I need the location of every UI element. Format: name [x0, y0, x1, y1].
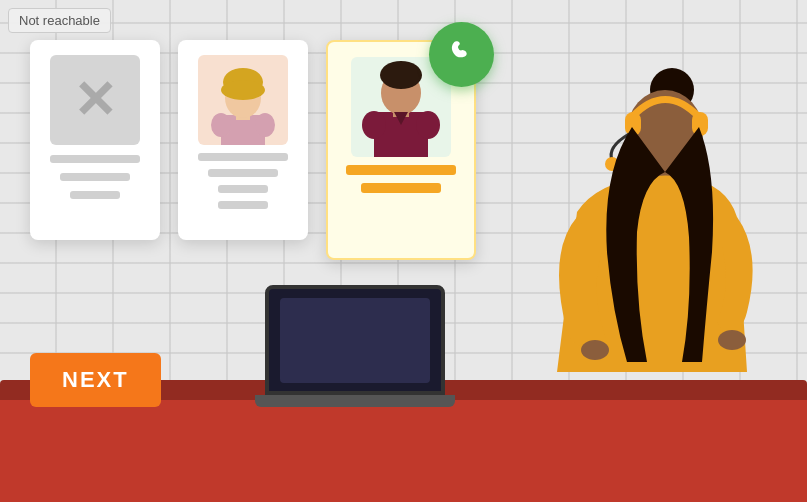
- not-reachable-badge: Not reachable: [8, 8, 111, 33]
- card-line-2: [60, 173, 130, 181]
- card-line-w3: [218, 185, 268, 193]
- x-box: ✕: [50, 55, 140, 145]
- svg-point-11: [380, 61, 422, 89]
- svg-point-6: [211, 113, 231, 137]
- next-button[interactable]: NEXT: [30, 353, 161, 407]
- agent-area: [517, 52, 777, 412]
- avatar-man-svg: [356, 57, 446, 157]
- avatar-woman-box: [198, 55, 288, 145]
- scene: Not reachable ✕: [0, 0, 807, 502]
- card-man[interactable]: [326, 40, 476, 260]
- svg-point-5: [221, 80, 265, 100]
- badge-label: Not reachable: [19, 13, 100, 28]
- card-line-w1: [198, 153, 288, 161]
- next-button-label: NEXT: [62, 367, 129, 392]
- x-icon: ✕: [73, 74, 117, 126]
- phone-icon-circle: [429, 22, 494, 87]
- card-line-3: [70, 191, 120, 199]
- laptop-screen: [265, 285, 445, 395]
- card-line-w4: [218, 201, 268, 209]
- card-line-m1: [346, 165, 456, 175]
- card-line-w2: [208, 169, 278, 177]
- svg-point-22: [581, 340, 609, 360]
- phone-icon-svg: [444, 37, 480, 73]
- svg-point-21: [718, 330, 746, 350]
- card-line-1: [50, 155, 140, 163]
- laptop: [265, 285, 455, 407]
- card-not-reachable[interactable]: ✕: [30, 40, 160, 240]
- cards-area: ✕: [30, 40, 476, 260]
- laptop-screen-inner: [280, 298, 430, 383]
- svg-point-7: [255, 113, 275, 137]
- card-woman[interactable]: [178, 40, 308, 240]
- laptop-base: [255, 395, 455, 407]
- card-line-m2: [361, 183, 441, 193]
- avatar-woman-svg: [203, 60, 283, 145]
- agent-svg: [517, 52, 777, 412]
- svg-point-14: [416, 111, 440, 139]
- svg-point-13: [362, 111, 386, 139]
